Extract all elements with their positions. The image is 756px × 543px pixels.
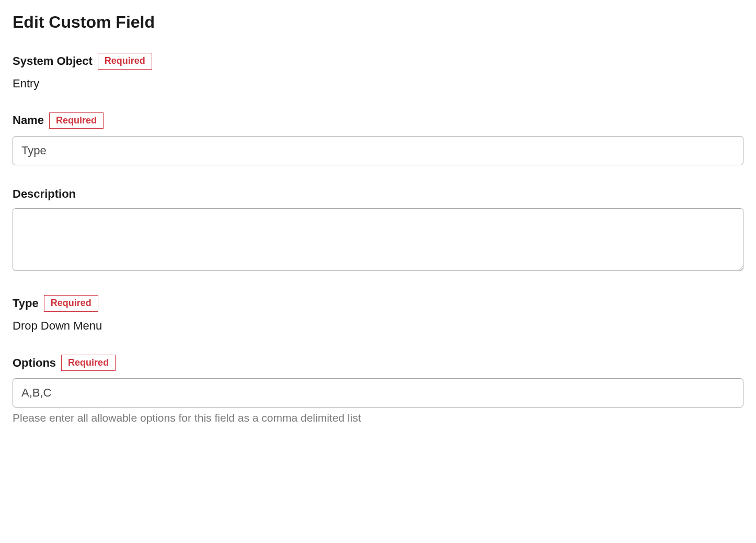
system-object-label-row: System Object Required xyxy=(13,53,743,70)
name-input[interactable] xyxy=(13,136,743,165)
name-label-row: Name Required xyxy=(13,112,743,129)
required-badge: Required xyxy=(61,355,116,371)
type-field: Type Required Drop Down Menu xyxy=(13,295,743,333)
options-field: Options Required Please enter all allowa… xyxy=(13,355,743,425)
type-label-row: Type Required xyxy=(13,295,743,312)
options-label-row: Options Required xyxy=(13,355,743,371)
description-textarea[interactable] xyxy=(13,208,743,271)
name-label: Name xyxy=(13,114,44,127)
system-object-value: Entry xyxy=(13,77,743,90)
options-label: Options xyxy=(13,356,56,370)
type-value: Drop Down Menu xyxy=(13,319,743,333)
page-title: Edit Custom Field xyxy=(13,13,743,32)
options-input[interactable] xyxy=(13,378,743,408)
description-label-row: Description xyxy=(13,187,743,201)
system-object-label: System Object xyxy=(13,54,93,68)
options-help-text: Please enter all allowable options for t… xyxy=(13,412,743,424)
type-label: Type xyxy=(13,297,39,310)
system-object-field: System Object Required Entry xyxy=(13,53,743,90)
required-badge: Required xyxy=(49,112,104,129)
name-field: Name Required xyxy=(13,112,743,166)
description-label: Description xyxy=(13,187,76,201)
description-field: Description xyxy=(13,187,743,273)
required-badge: Required xyxy=(44,295,98,312)
required-badge: Required xyxy=(98,53,152,70)
